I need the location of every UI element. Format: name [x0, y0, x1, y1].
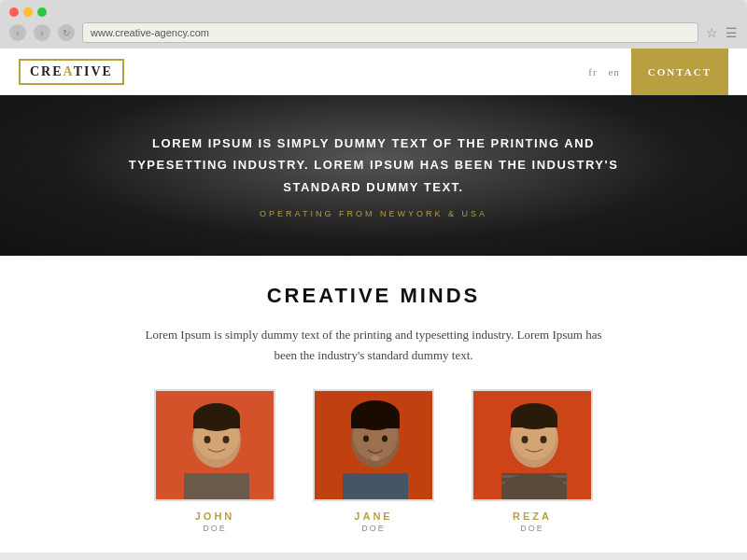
- forward-button[interactable]: ›: [34, 24, 50, 41]
- close-dot[interactable]: [9, 7, 19, 17]
- section-description: Lorem Ipsum is simply dummy text of the …: [140, 325, 607, 366]
- logo[interactable]: CREATIVE: [19, 59, 124, 85]
- team-grid: JOHN DOE: [19, 389, 728, 533]
- menu-icon[interactable]: ☰: [726, 25, 738, 41]
- contact-button[interactable]: CONTACT: [631, 49, 728, 95]
- creative-minds-section: CREATIVE MINDS Lorem Ipsum is simply dum…: [0, 256, 747, 552]
- browser-chrome: ‹ › ↻ ☆ ☰: [0, 0, 747, 49]
- logo-highlight: A: [63, 64, 74, 78]
- browser-dots: [9, 7, 738, 17]
- svg-rect-23: [511, 416, 557, 427]
- person-figure-john: [156, 391, 274, 499]
- svg-point-29: [522, 436, 529, 443]
- member-role-reza: DOE: [520, 524, 544, 533]
- hero-section: Lorem Ipsum is simply dummy text of the …: [0, 95, 747, 256]
- svg-point-8: [223, 436, 230, 443]
- logo-text-end: TIVE: [74, 64, 113, 78]
- hero-sub-text: OPERATING FROM NEWYORK & USA: [112, 209, 635, 218]
- svg-point-30: [541, 436, 547, 443]
- member-name-john: JOHN: [195, 511, 235, 522]
- member-photo-john: [154, 389, 275, 501]
- team-member-reza: REZA DOE: [472, 389, 593, 533]
- svg-rect-4: [193, 417, 240, 428]
- address-bar[interactable]: [82, 22, 698, 43]
- section-title: CREATIVE MINDS: [19, 284, 728, 308]
- bookmark-icon[interactable]: ☆: [706, 25, 718, 41]
- svg-point-16: [363, 436, 369, 442]
- maximize-dot[interactable]: [37, 7, 47, 17]
- lang-en[interactable]: en: [608, 66, 619, 77]
- logo-text-start: CRE: [30, 64, 63, 78]
- member-role-john: DOE: [203, 524, 227, 533]
- svg-rect-6: [184, 473, 249, 499]
- nav-right: fr en CONTACT: [586, 49, 728, 95]
- svg-rect-13: [351, 415, 400, 428]
- website-frame: CREATIVE fr en CONTACT Lorem Ipsum is si…: [0, 49, 747, 553]
- site-nav: CREATIVE fr en CONTACT: [0, 49, 747, 95]
- member-photo-jane: [313, 389, 434, 501]
- svg-point-17: [382, 436, 388, 442]
- member-role-jane: DOE: [361, 524, 386, 533]
- member-photo-reza: [472, 389, 593, 501]
- person-figure-jane: [315, 391, 432, 499]
- svg-point-7: [204, 436, 211, 443]
- lang-switcher: fr en: [586, 66, 621, 77]
- refresh-button[interactable]: ↻: [58, 24, 75, 41]
- member-name-jane: JANE: [354, 511, 392, 522]
- team-member-john: JOHN DOE: [154, 389, 275, 533]
- team-member-jane: JANE DOE: [313, 389, 434, 533]
- minimize-dot[interactable]: [23, 7, 33, 17]
- hero-main-text: Lorem Ipsum is simply dummy text of the …: [112, 133, 635, 198]
- svg-point-18: [371, 455, 380, 461]
- member-name-reza: REZA: [513, 511, 552, 522]
- browser-toolbar: ‹ › ↻ ☆ ☰: [9, 22, 738, 49]
- back-button[interactable]: ‹: [9, 24, 26, 41]
- lang-fr[interactable]: fr: [588, 66, 597, 77]
- person-figure-reza: [473, 391, 591, 499]
